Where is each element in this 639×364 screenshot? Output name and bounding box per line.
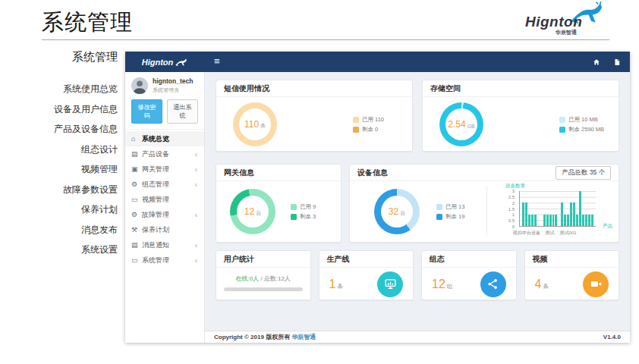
bar bbox=[531, 215, 534, 226]
card-title: 用户统计 bbox=[224, 254, 254, 265]
sidebar-item-gateways[interactable]: ▣ 网关管理 ‹ bbox=[125, 162, 204, 177]
outer-item-product-device-info[interactable]: 产品及设备信息 bbox=[0, 123, 118, 136]
production-unit: 条 bbox=[337, 283, 343, 290]
card-title: 网关信息 bbox=[224, 168, 254, 178]
brand-logo: Hignton 华辰智通 bbox=[521, 2, 609, 38]
sidebar-item-video[interactable]: ▭ 视频管理 bbox=[125, 192, 204, 207]
bar bbox=[552, 215, 555, 226]
legend-item: 剩余 0 bbox=[353, 126, 384, 133]
video-value: 4 bbox=[535, 278, 542, 290]
screen: 系统管理 Hignton 华辰智通 系统管理 系统使用总览 设备及用户信息 产品… bbox=[0, 0, 639, 364]
sidebar-item-faults[interactable]: ⚙ 故障管理 ‹ bbox=[125, 207, 204, 222]
video-camera-icon[interactable] bbox=[583, 271, 609, 297]
outer-item-maintenance-plan[interactable]: 保养计划 bbox=[0, 203, 118, 216]
home-icon[interactable] bbox=[593, 58, 600, 66]
device-bar-plot bbox=[519, 191, 596, 227]
gateway-unit: 台 bbox=[256, 209, 261, 217]
app-logo-text: Hignton bbox=[142, 58, 174, 67]
bar bbox=[573, 202, 575, 226]
legend-item: 已用 9 bbox=[291, 203, 316, 211]
video-unit: 条 bbox=[543, 283, 549, 290]
bar bbox=[528, 215, 530, 226]
gateway-card: 网关信息 12 台 已用 9 bbox=[216, 164, 342, 243]
chevron-left-icon: ‹ bbox=[195, 165, 197, 174]
outer-menu: 系统管理 系统使用总览 设备及用户信息 产品及设备信息 组态设计 视频管理 故障… bbox=[0, 50, 118, 264]
bar bbox=[579, 191, 581, 226]
x-axis-title: 产品 bbox=[603, 223, 612, 230]
bar bbox=[582, 215, 584, 226]
storage-value: 2.54 bbox=[448, 119, 465, 130]
sidebar-item-scada[interactable]: ⚙ 组态管理 ‹ bbox=[125, 177, 204, 192]
bar bbox=[561, 202, 563, 226]
legend-item: 已用 110 bbox=[353, 116, 384, 124]
app-footer: Copyright © 2019 版权所有 华辰智通 V1.4.0 bbox=[205, 331, 630, 343]
device-unit: 台 bbox=[400, 209, 405, 217]
production-value: 1 bbox=[329, 278, 336, 290]
bar bbox=[555, 215, 557, 226]
bar bbox=[567, 215, 569, 226]
brand-name: Hignton bbox=[525, 14, 582, 30]
home-icon: ⌂ bbox=[131, 135, 142, 143]
user-role: 系统管理员 bbox=[153, 86, 193, 94]
footer-copyright: Copyright © 2019 版权所有 华辰智通 bbox=[214, 333, 316, 341]
card-title: 存储空间 bbox=[430, 83, 461, 94]
logout-button[interactable]: 退出系统 bbox=[167, 99, 198, 124]
card-title: 短信使用情况 bbox=[224, 83, 269, 94]
outer-item-system-settings[interactable]: 系统设置 bbox=[0, 243, 118, 256]
production-line-card: 生产线 1条 bbox=[319, 250, 414, 300]
total-count: / 总数:12人 bbox=[259, 275, 291, 282]
app-logo-deer-icon bbox=[175, 58, 188, 67]
chevron-left-icon: ‹ bbox=[195, 211, 197, 219]
sidebar-item-label: 系统总览 bbox=[142, 134, 169, 144]
sidebar-item-maintenance[interactable]: ⚒ 保养计划 bbox=[125, 222, 204, 237]
outer-item-fault-params[interactable]: 故障参数设置 bbox=[0, 184, 118, 196]
bar bbox=[585, 215, 587, 226]
sidebar-item-messages[interactable]: ▤ 消息通知 ‹ bbox=[125, 237, 204, 253]
sms-value: 110 bbox=[244, 119, 259, 130]
change-password-button[interactable]: 修改密码 bbox=[131, 99, 162, 124]
sidebar-item-system[interactable]: ▭ 系统管理 ‹ bbox=[125, 253, 204, 268]
user-profile: hignton_tech 系统管理员 bbox=[125, 72, 204, 97]
legend-item: 已用 13 bbox=[436, 203, 464, 211]
outer-item-device-user-info[interactable]: 设备及用户信息 bbox=[0, 103, 118, 116]
wrench-icon: ⚒ bbox=[131, 226, 142, 234]
book-icon: ▤ bbox=[131, 150, 142, 158]
app-sidebar: hignton_tech 系统管理员 修改密码 退出系统 ⌂ 系统总览 ▤ 产品… bbox=[125, 72, 205, 343]
production-chart-icon[interactable] bbox=[377, 271, 403, 297]
sidebar-item-overview[interactable]: ⌂ 系统总览 bbox=[125, 131, 204, 146]
cogs-icon: ⚙ bbox=[131, 211, 142, 218]
outer-item-scada-design[interactable]: 组态设计 bbox=[0, 143, 118, 156]
file-icon[interactable] bbox=[613, 58, 621, 66]
bar bbox=[543, 215, 546, 226]
online-progress-bar bbox=[224, 287, 303, 291]
outer-item-message-publish[interactable]: 消息发布 bbox=[0, 224, 118, 237]
user-stats-line: 在线:0人 / 总数:12人 bbox=[216, 275, 310, 283]
chevron-left-icon: ‹ bbox=[195, 180, 197, 189]
hamburger-icon[interactable]: ≡ bbox=[214, 55, 220, 67]
outer-menu-heading: 系统管理 bbox=[0, 50, 118, 64]
desktop-icon: ▭ bbox=[131, 196, 142, 203]
device-bar-xticks: 模拟中台设备测试测试001 bbox=[519, 230, 596, 236]
card-title: 视频 bbox=[533, 254, 548, 265]
storage-card: 存储空间 2.54 GB 已用 10 bbox=[422, 80, 619, 152]
app-navbar: ≡ bbox=[205, 52, 630, 72]
book-icon: ▤ bbox=[131, 241, 142, 249]
bar bbox=[564, 215, 566, 226]
storage-unit: GB bbox=[467, 124, 475, 129]
outer-item-video-management[interactable]: 视频管理 bbox=[0, 163, 118, 176]
product-total-badge[interactable]: 产品总数 35 个 bbox=[556, 166, 611, 180]
bar bbox=[591, 215, 593, 226]
device-bar-yticks: 00.511.522.53 bbox=[502, 191, 517, 227]
bar bbox=[570, 202, 572, 226]
company-link[interactable]: 华辰智通 bbox=[291, 334, 316, 340]
app-main: 短信使用情况 110 条 已用 11 bbox=[205, 72, 630, 343]
scada-share-icon[interactable] bbox=[480, 271, 506, 297]
legend-item: 剩余 2590 MB bbox=[559, 126, 604, 133]
user-avatar[interactable] bbox=[131, 77, 148, 94]
app-window: Hignton ≡ hignton_tech 系统管理员 bbox=[125, 52, 630, 343]
sidebar-item-products[interactable]: ▤ 产品设备 ‹ bbox=[125, 146, 204, 162]
gateway-donut-chart: 12 台 bbox=[230, 189, 275, 234]
storage-donut-chart: 2.54 GB bbox=[439, 102, 483, 146]
device-donut-chart: 32 台 bbox=[374, 189, 420, 234]
outer-item-system-usage[interactable]: 系统使用总览 bbox=[0, 83, 118, 96]
